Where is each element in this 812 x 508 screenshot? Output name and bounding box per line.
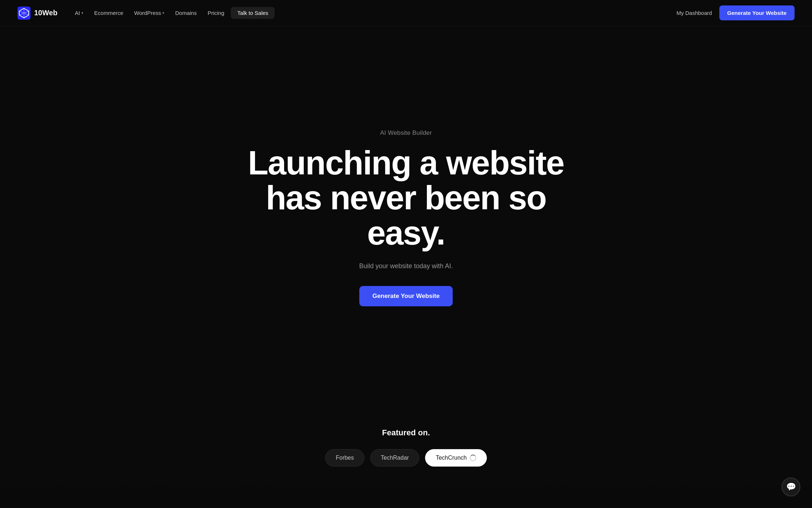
wordpress-chevron-icon: ▾ (162, 11, 164, 15)
nav-link-wordpress[interactable]: WordPress ▾ (130, 7, 169, 19)
navbar-right: My Dashboard Generate Your Website (676, 5, 795, 20)
chat-button[interactable]: 💬 (781, 477, 800, 496)
hero-subtext: Build your website today with AI. (359, 262, 453, 270)
my-dashboard-link[interactable]: My Dashboard (676, 10, 712, 16)
generate-website-hero-button[interactable]: Generate Your Website (359, 286, 453, 306)
generate-website-header-button[interactable]: Generate Your Website (719, 5, 795, 20)
nav-links: AI ▾ Ecommerce WordPress ▾ Domains Prici… (70, 7, 275, 19)
ai-chevron-icon: ▾ (81, 11, 83, 15)
hero-eyebrow: AI Website Builder (380, 129, 432, 137)
nav-link-ecommerce[interactable]: Ecommerce (90, 7, 128, 19)
featured-badge-techradar[interactable]: TechRadar (370, 449, 419, 467)
hero-headline: Launching a website has never been so ea… (243, 145, 570, 251)
nav-link-talk-to-sales[interactable]: Talk to Sales (231, 7, 275, 19)
featured-title: Featured on. (382, 428, 430, 438)
featured-badge-techcrunch[interactable]: TechCrunch (425, 449, 486, 467)
chat-icon: 💬 (786, 482, 796, 492)
hero-section: AI Website Builder Launching a website h… (0, 0, 812, 406)
featured-section: Featured on. Forbes TechRadar TechCrunch (0, 406, 812, 481)
logo-icon (17, 7, 31, 20)
nav-link-pricing[interactable]: Pricing (203, 7, 229, 19)
navbar: 10Web AI ▾ Ecommerce WordPress ▾ Domains… (0, 0, 812, 26)
loading-spinner-icon (470, 455, 476, 461)
logo[interactable]: 10Web (17, 7, 57, 20)
nav-link-ai[interactable]: AI ▾ (70, 7, 88, 19)
navbar-left: 10Web AI ▾ Ecommerce WordPress ▾ Domains… (17, 7, 275, 20)
featured-badge-forbes[interactable]: Forbes (325, 449, 364, 467)
featured-badges: Forbes TechRadar TechCrunch (325, 449, 487, 467)
bottom-fade (0, 486, 812, 508)
logo-text: 10Web (34, 9, 57, 17)
nav-link-domains[interactable]: Domains (171, 7, 201, 19)
